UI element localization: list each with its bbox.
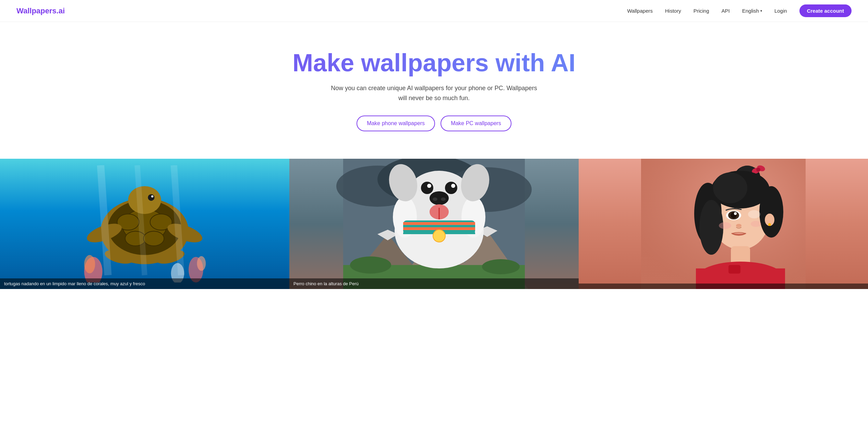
language-label: English [742, 8, 759, 14]
svg-point-44 [433, 197, 437, 201]
svg-point-47 [445, 182, 457, 194]
hero-title: Make wallpapers with AI [7, 49, 861, 76]
language-selector[interactable]: English ▾ [742, 8, 762, 14]
hero-section: Make wallpapers with AI Now you can crea… [0, 22, 868, 152]
nav-pricing[interactable]: Pricing [694, 8, 709, 14]
svg-point-74 [748, 210, 760, 218]
svg-point-61 [756, 168, 760, 172]
hero-buttons: Make phone wallpapers Make PC wallpapers [7, 116, 861, 131]
dog-svg [289, 159, 579, 289]
svg-point-75 [736, 224, 742, 227]
svg-point-48 [427, 184, 431, 188]
gallery-caption-turtle: tortugas nadando en un limpido mar lleno… [0, 278, 289, 289]
svg-rect-40 [403, 222, 475, 225]
svg-point-45 [441, 197, 446, 201]
gallery-caption-girl [579, 284, 868, 289]
svg-point-46 [421, 182, 433, 194]
gallery-section: tortugas nadando en un limpido mar lleno… [0, 159, 868, 289]
nav-api[interactable]: API [722, 8, 730, 14]
create-account-button[interactable]: Create account [799, 4, 852, 17]
svg-point-1 [84, 255, 95, 273]
girl-svg [579, 159, 868, 289]
svg-point-43 [430, 191, 449, 205]
dog-image [289, 159, 579, 289]
turtle-svg [14, 165, 275, 282]
svg-rect-79 [728, 265, 740, 274]
svg-point-80 [719, 222, 731, 229]
svg-point-3 [197, 256, 206, 271]
logo[interactable]: Wallpapers.ai [16, 7, 65, 15]
hero-subtitle: Now you can create unique AI wallpapers … [328, 83, 540, 103]
svg-point-67 [713, 172, 747, 203]
nav: Wallpapers History Pricing API English ▾… [627, 4, 852, 17]
svg-point-49 [451, 184, 455, 188]
make-phone-wallpapers-button[interactable]: Make phone wallpapers [357, 116, 435, 131]
login-link[interactable]: Login [774, 8, 787, 14]
svg-point-33 [350, 256, 391, 274]
gallery-item-girl[interactable] [579, 159, 868, 289]
turtle-image [0, 159, 289, 289]
gallery-item-dog[interactable]: Perro chino en la alturas de Perú [289, 159, 579, 289]
svg-point-14 [151, 195, 153, 197]
svg-point-81 [751, 221, 761, 227]
svg-point-34 [482, 259, 520, 274]
gallery-caption-dog: Perro chino en la alturas de Perú [289, 278, 579, 289]
gallery-item-turtle[interactable]: tortugas nadando en un limpido mar lleno… [0, 159, 289, 289]
nav-history[interactable]: History [665, 8, 681, 14]
chevron-down-icon: ▾ [760, 9, 762, 13]
svg-point-54 [433, 230, 445, 242]
make-pc-wallpapers-button[interactable]: Make PC wallpapers [441, 116, 511, 131]
nav-wallpapers[interactable]: Wallpapers [627, 8, 653, 14]
svg-point-73 [734, 212, 737, 215]
svg-point-11 [144, 231, 164, 246]
svg-point-69 [768, 223, 771, 226]
svg-line-19 [101, 165, 108, 275]
svg-point-12 [128, 186, 161, 214]
girl-image [579, 159, 868, 289]
header: Wallpapers.ai Wallpapers History Pricing… [0, 0, 868, 22]
svg-point-13 [148, 194, 155, 201]
